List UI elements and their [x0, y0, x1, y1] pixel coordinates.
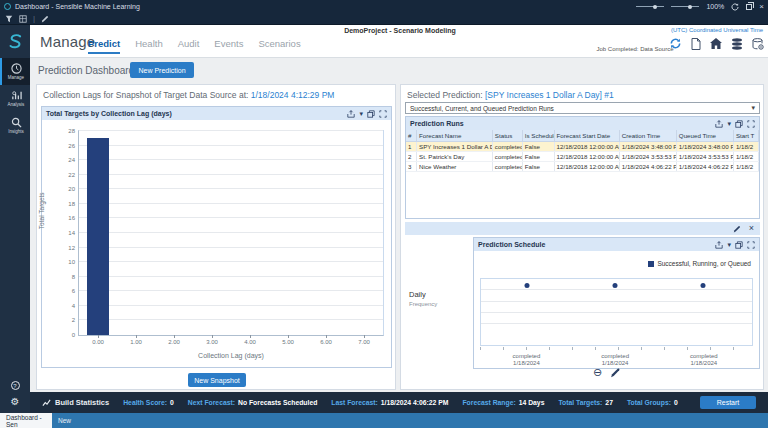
- status-stat: Last Forecast:1/18/2024 4:06:22 PM: [331, 399, 448, 406]
- database-gear-icon[interactable]: [752, 38, 764, 50]
- selected-prediction-name: [SPY Increases 1 Dollar A Day] #1: [485, 90, 614, 100]
- runs-header-row: #Forecast NameStatusIs ScheduledForecast…: [406, 130, 759, 141]
- tab-scenarios[interactable]: Scenarios: [258, 38, 300, 54]
- taskbar-tab-new[interactable]: New: [52, 413, 77, 428]
- zoom-level: 100%: [706, 3, 724, 10]
- column-header[interactable]: #: [406, 130, 417, 141]
- column-header[interactable]: Start T: [733, 130, 758, 141]
- status-stat: Total Groups:0: [627, 399, 678, 406]
- column-header[interactable]: Forecast Start Date: [554, 130, 619, 141]
- app-header: Manage Predict Health Audit Events Scena…: [0, 25, 768, 58]
- expand-icon[interactable]: [747, 241, 755, 249]
- x-tick-label: 4.00: [244, 339, 256, 345]
- sidebar-item-insights[interactable]: Insights: [0, 112, 30, 139]
- expand-icon[interactable]: [379, 110, 387, 118]
- y-tick-label: 4: [72, 303, 75, 309]
- schedule-point-label: completed1/18/2024: [601, 353, 629, 367]
- status-stat: Health Score:0: [123, 399, 174, 406]
- filter-icon[interactable]: [5, 15, 13, 23]
- schedule-legend: Successful, Running, or Queued: [648, 260, 751, 267]
- new-prediction-button[interactable]: New Prediction: [130, 62, 194, 78]
- column-header[interactable]: Is Scheduled: [522, 130, 554, 141]
- run-filter-value: Successful, Current, and Queued Predicti…: [410, 105, 554, 112]
- runs-tbody: 1SPY Increases 1 Dollar A DaycompletedFa…: [406, 141, 759, 171]
- tab-predict[interactable]: Predict: [88, 38, 120, 54]
- sidebar-item-manage[interactable]: Manage: [0, 58, 30, 85]
- taskbar-tab-dashboard[interactable]: Dashboard - Sen: [0, 413, 52, 428]
- expand-icon[interactable]: [747, 120, 755, 128]
- zoom-slider-2[interactable]: [671, 6, 699, 7]
- schedule-point[interactable]: [525, 283, 530, 288]
- frequency-readout: Daily Frequency: [409, 290, 437, 307]
- pencil-icon[interactable]: [733, 225, 741, 233]
- grid-settings-icon[interactable]: [19, 15, 27, 23]
- gears-icon[interactable]: ⚙: [11, 397, 20, 407]
- schedule-point[interactable]: [613, 283, 618, 288]
- status-stat: Next Forecast:No Forecasts Scheduled: [188, 399, 318, 406]
- refresh-window-icon[interactable]: [731, 3, 739, 11]
- column-header[interactable]: Queued Time: [676, 130, 733, 141]
- lag-chart-panel: Total Targets by Collection Lag (days) ▾…: [41, 106, 392, 368]
- prediction-schedule-panel: Prediction Schedule ▾ Successful, Runnin…: [473, 237, 760, 369]
- restart-button[interactable]: Restart: [700, 396, 756, 409]
- app-window: Dashboard - Sensible Machine Learning 10…: [0, 0, 768, 428]
- sidebar-item-analysis[interactable]: Analysis: [0, 85, 30, 112]
- tab-audit[interactable]: Audit: [178, 38, 200, 54]
- tab-health[interactable]: Health: [135, 38, 162, 54]
- column-header[interactable]: Status: [492, 130, 522, 141]
- lag-plot: 02468101214161820222426280.001.002.003.0…: [78, 130, 384, 336]
- caret-down-icon[interactable]: ▾: [727, 121, 731, 127]
- pencil-icon[interactable]: [41, 15, 49, 23]
- window-title: Dashboard - Sensible Machine Learning: [15, 3, 140, 10]
- y-tick-label: 20: [68, 186, 75, 192]
- prediction-runs-header: Prediction Runs ▾: [406, 117, 759, 130]
- close-icon[interactable]: ×: [749, 224, 754, 233]
- legend-label: Successful, Running, or Queued: [657, 260, 751, 267]
- document-icon[interactable]: [691, 38, 701, 50]
- snapshot-timestamp: 1/18/2024 4:12:29 PM: [251, 90, 335, 100]
- column-header[interactable]: Forecast Name: [417, 130, 493, 141]
- dropdown-caret-icon: ▾: [751, 105, 755, 111]
- help-icon[interactable]: ?: [11, 381, 20, 390]
- sidebar: Manage Analysis Insights ? ⚙: [0, 58, 30, 413]
- lag-chart-header: Total Targets by Collection Lag (days) ▾: [42, 107, 391, 120]
- schedule-point[interactable]: [701, 283, 706, 288]
- collection-lags-heading: Collection Lags for Snapshot of Target D…: [43, 90, 334, 100]
- restore-window-icon[interactable]: [746, 4, 752, 10]
- caret-down-icon[interactable]: ▾: [727, 242, 731, 248]
- bar[interactable]: [87, 138, 109, 335]
- collection-lags-card: Collection Lags for Snapshot of Target D…: [36, 84, 396, 390]
- schedule-axis-ticks: [480, 347, 753, 350]
- sync-icon[interactable]: [669, 37, 682, 50]
- home-icon[interactable]: [710, 38, 722, 49]
- zoom-slider-1[interactable]: [636, 6, 664, 7]
- run-filter-dropdown[interactable]: Successful, Current, and Queued Predicti…: [405, 102, 760, 114]
- export-icon[interactable]: [347, 110, 355, 118]
- taskbar: Dashboard - Sen New: [0, 413, 768, 428]
- y-tick-label: 6: [72, 288, 75, 294]
- app-logo-icon: [4, 3, 11, 10]
- new-snapshot-button[interactable]: New Snapshot: [188, 373, 246, 387]
- slides-icon[interactable]: [735, 120, 743, 128]
- y-tick-label: 0: [72, 332, 75, 338]
- toolbar: |: [0, 13, 768, 25]
- slides-icon[interactable]: [367, 110, 375, 118]
- remove-icon[interactable]: ⊖: [593, 367, 602, 378]
- caret-down-icon[interactable]: ▾: [359, 111, 363, 117]
- run-edit-bar: ×: [405, 222, 760, 235]
- pencil-icon[interactable]: [610, 367, 621, 378]
- database-icon[interactable]: [731, 38, 743, 50]
- export-icon[interactable]: [715, 120, 723, 128]
- close-window-icon[interactable]: ×: [759, 3, 764, 11]
- column-header[interactable]: Creation Time: [619, 130, 676, 141]
- frequency-label: Frequency: [409, 301, 437, 307]
- schedule-point-label: completed1/18/2024: [690, 353, 718, 367]
- export-icon[interactable]: [715, 241, 723, 249]
- selected-prediction-card: Selected Prediction: [SPY Increases 1 Do…: [400, 84, 764, 390]
- table-row[interactable]: 3Nice WeathercompletedFalse12/18/2018 12…: [406, 161, 759, 171]
- table-row[interactable]: 2St. Patrick's DaycompletedFalse12/18/20…: [406, 151, 759, 161]
- slides-icon[interactable]: [735, 241, 743, 249]
- lag-chart-ylabel: Total Targets: [38, 192, 45, 229]
- tab-events[interactable]: Events: [214, 38, 243, 54]
- table-row[interactable]: 1SPY Increases 1 Dollar A DaycompletedFa…: [406, 141, 759, 151]
